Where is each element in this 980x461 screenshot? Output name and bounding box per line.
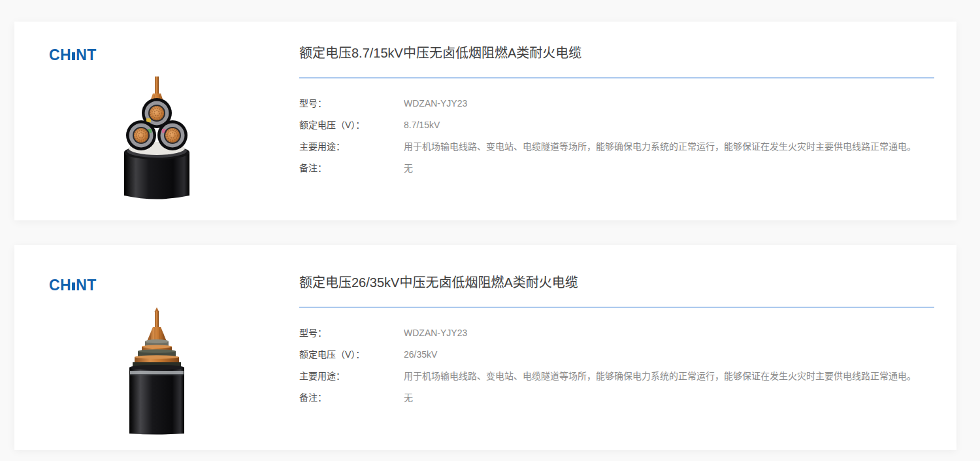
spec-row-rated-voltage: 额定电压（V）： 26/35kV — [299, 348, 934, 361]
spec-row-main-usage: 主要用途： 用于机场输电线路、变电站、电缆隧道等场所，能够确保电力系统的正常运行… — [299, 369, 934, 383]
spec-row-remark: 备注： 无 — [299, 391, 934, 404]
spec-value: 26/35kV — [404, 348, 934, 361]
spec-label: 主要用途： — [299, 140, 404, 153]
spec-label: 主要用途： — [299, 369, 404, 383]
chint-logo-prefix: CH — [49, 277, 71, 294]
chint-logo-suffix: NT — [76, 46, 97, 63]
product-title: 额定电压8.7/15kV中压无卤低烟阻燃A类耐火电缆 — [299, 44, 934, 62]
spec-label: 额定电压（V）： — [299, 118, 404, 131]
chint-logo: CHNT — [49, 278, 97, 293]
spec-label: 型号： — [299, 97, 404, 110]
spec-value: WDZAN-YJY23 — [404, 326, 934, 339]
product-card[interactable]: CHNT — [14, 22, 956, 220]
product-image-three-core-cable — [119, 75, 195, 206]
spec-table: 型号： WDZAN-YJY23 额定电压（V）： 26/35kV 主要用途： 用… — [299, 326, 934, 404]
card-right-column: 额定电压26/35kV中压无卤低烟阻燃A类耐火电缆 型号： WDZAN-YJY2… — [299, 245, 956, 450]
product-title: 额定电压26/35kV中压无卤低烟阻燃A类耐火电缆 — [299, 273, 934, 292]
spec-row-model: 型号： WDZAN-YJY23 — [299, 97, 934, 110]
spec-row-remark: 备注： 无 — [299, 162, 934, 175]
product-image-single-core-cable — [125, 307, 188, 438]
chint-logo-i-icon — [72, 52, 75, 60]
title-divider — [299, 307, 934, 308]
spec-label: 额定电压（V）： — [299, 348, 404, 361]
card-left-column: CHNT — [14, 22, 299, 220]
spec-row-main-usage: 主要用途： 用于机场输电线路、变电站、电缆隧道等场所，能够确保电力系统的正常运行… — [299, 140, 934, 153]
spec-value: 用于机场输电线路、变电站、电缆隧道等场所，能够确保电力系统的正常运行，能够保证在… — [404, 369, 934, 383]
spec-label: 型号： — [299, 326, 404, 339]
spec-value: 无 — [404, 162, 934, 175]
spec-label: 备注： — [299, 162, 404, 175]
chint-logo-prefix: CH — [49, 46, 71, 63]
card-right-column: 额定电压8.7/15kV中压无卤低烟阻燃A类耐火电缆 型号： WDZAN-YJY… — [299, 22, 956, 220]
page: CHNT — [0, 0, 980, 461]
spec-value: 无 — [404, 391, 934, 404]
single-core-cable-image — [125, 307, 188, 435]
three-core-cable-image — [119, 75, 195, 203]
spec-row-model: 型号： WDZAN-YJY23 — [299, 326, 934, 339]
spec-label: 备注： — [299, 391, 404, 404]
spec-value: 8.7/15kV — [404, 118, 934, 131]
spec-value: 用于机场输电线路、变电站、电缆隧道等场所，能够确保电力系统的正常运行，能够保证在… — [404, 140, 934, 153]
chint-logo: CHNT — [49, 48, 97, 63]
chint-logo-i-icon — [72, 282, 75, 290]
title-divider — [299, 77, 934, 78]
product-card[interactable]: CHNT — [14, 245, 956, 450]
chint-logo-suffix: NT — [76, 277, 97, 294]
spec-value: WDZAN-YJY23 — [404, 97, 934, 110]
spec-table: 型号： WDZAN-YJY23 额定电压（V）： 8.7/15kV 主要用途： … — [299, 97, 934, 175]
spec-row-rated-voltage: 额定电压（V）： 8.7/15kV — [299, 118, 934, 131]
card-left-column: CHNT — [14, 245, 299, 450]
